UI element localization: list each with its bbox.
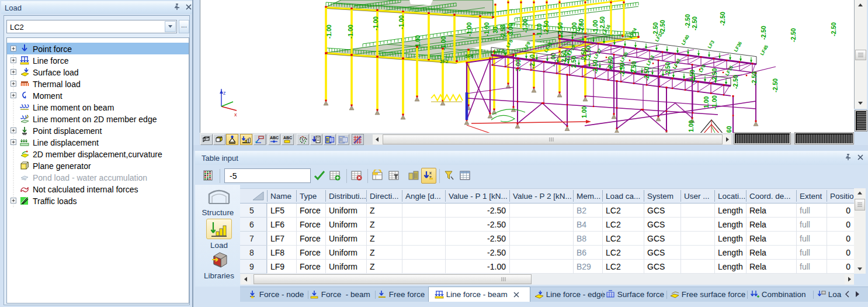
svg-text:LF15: LF15	[724, 64, 734, 77]
svg-text:LF40: LF40	[680, 34, 690, 46]
svg-text:-2.50: -2.50	[560, 50, 567, 64]
svg-text:LF36: LF36	[733, 40, 743, 53]
svg-text:3F2: 3F2	[440, 58, 449, 64]
svg-text:LF27: LF27	[593, 47, 603, 60]
svg-text:x: x	[234, 112, 237, 118]
svg-text:-2.50: -2.50	[790, 28, 797, 42]
svg-text:-1.00: -1.00	[592, 20, 599, 34]
svg-text:-2.50: -2.50	[772, 78, 779, 92]
svg-text:-1.00: -1.00	[372, 16, 379, 30]
svg-text:3.00: 3.00	[507, 23, 514, 35]
svg-text:-2.50: -2.50	[751, 71, 758, 85]
svg-text:-2.50: -2.50	[619, 63, 626, 77]
svg-text:-1.00: -1.00	[711, 95, 718, 109]
svg-text:LF35: LF35	[619, 51, 629, 63]
svg-text:-2.50: -2.50	[760, 26, 767, 40]
svg-text:1.00: 1.00	[703, 96, 710, 108]
svg-text:-2.50: -2.50	[732, 75, 739, 89]
svg-text:z: z	[223, 90, 226, 96]
svg-text:-2.50: -2.50	[592, 60, 599, 74]
svg-text:-2.58: -2.58	[499, 25, 506, 39]
svg-text:1.00: 1.00	[688, 120, 695, 132]
svg-text:-2.50: -2.50	[664, 62, 671, 76]
svg-text:-2.50: -2.50	[543, 20, 550, 35]
svg-text:-2.50: -2.50	[643, 67, 650, 81]
svg-text:LF13: LF13	[645, 54, 655, 67]
svg-text:30: 30	[492, 26, 499, 33]
svg-text:2.50: 2.50	[711, 68, 718, 80]
svg-text:LF45: LF45	[759, 44, 769, 56]
svg-text:-1.00: -1.00	[347, 25, 354, 39]
svg-text:-1.00: -1.00	[414, 35, 421, 49]
svg-text:2.50: 2.50	[630, 61, 637, 73]
svg-text:2.50: 2.50	[570, 56, 577, 68]
svg-text:-2.50: -2.50	[689, 70, 696, 84]
svg-text:-1.10: -1.10	[536, 23, 543, 37]
svg-text:ABC: ABC	[283, 136, 292, 140]
svg-text:60: 60	[725, 126, 732, 133]
svg-text:-2.50: -2.50	[580, 48, 587, 62]
svg-text:-1.00: -1.00	[466, 22, 473, 36]
svg-text:3F6: 3F6	[465, 53, 474, 59]
svg-text:-2.50: -2.50	[830, 22, 837, 36]
svg-text:LF3: LF3	[707, 39, 716, 49]
svg-text:-2.50: -2.50	[607, 56, 614, 70]
svg-text:-2.50: -2.50	[684, 14, 691, 28]
svg-text:-1.00: -1.00	[483, 22, 490, 36]
svg-text:-2.50: -2.50	[719, 12, 726, 26]
svg-text:ABC: ABC	[270, 136, 279, 140]
svg-text:-1.00: -1.00	[522, 19, 529, 33]
svg-text:-2.50: -2.50	[557, 22, 564, 36]
svg-text:1.00: 1.00	[581, 106, 588, 118]
svg-text:-2.50: -2.50	[691, 16, 698, 30]
svg-text:-1.00: -1.00	[398, 15, 405, 29]
svg-text:-1.00: -1.00	[325, 25, 332, 39]
svg-text:-1.00: -1.00	[440, 36, 447, 50]
